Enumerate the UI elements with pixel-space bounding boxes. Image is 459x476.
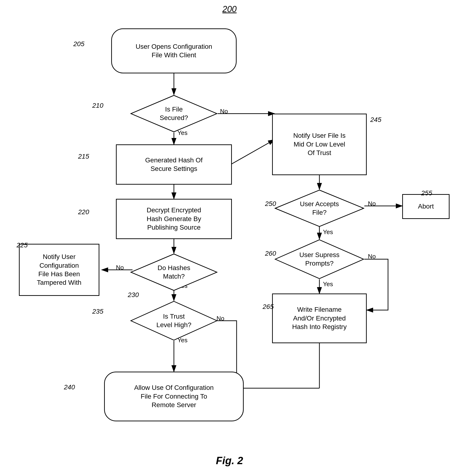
ref-245: 245 (370, 116, 381, 124)
svg-line-10 (231, 140, 275, 164)
fig-label: Fig. 2 (216, 455, 243, 467)
label-260-no: No (368, 253, 376, 260)
label-260-yes: Yes (323, 280, 333, 288)
node-255: Abort (402, 194, 450, 219)
ref-235: 235 (92, 308, 103, 315)
label-230-no: No (116, 264, 124, 271)
node-235: Is Trust Level High? (130, 301, 218, 341)
ref-255: 255 (421, 189, 432, 197)
label-250-no: No (368, 200, 376, 207)
ref-205: 205 (73, 40, 84, 48)
node-220: Decrypt Encrypted Hash Generate By Publi… (116, 199, 232, 239)
ref-230: 230 (128, 291, 139, 299)
ref-220: 220 (78, 208, 89, 216)
node-265: Write Filename And/Or Encrypted Hash Int… (272, 294, 367, 343)
ref-225: 225 (17, 241, 28, 249)
ref-250: 250 (265, 200, 276, 208)
node-215: Generated Hash Of Secure Settings (116, 144, 232, 185)
node-210: Is File Secured? (130, 95, 218, 133)
node-260: User Supress Prompts? (275, 239, 364, 279)
node-205: User Opens Configuration File With Clien… (111, 28, 237, 73)
ref-265: 265 (263, 303, 274, 311)
node-240: Allow Use Of Configuration File For Conn… (104, 372, 244, 421)
node-250: User Accepts File? (275, 189, 364, 227)
ref-260: 260 (265, 250, 276, 257)
label-210-no: No (220, 108, 228, 115)
label-250-yes: Yes (323, 229, 333, 236)
node-245: Notify User File Is Mid Or Low Level Of … (272, 114, 367, 175)
node-230: Do Hashes Match? (130, 253, 218, 291)
diagram-title: 200 (222, 4, 237, 14)
node-225: Notify User Configuration File Has Been … (19, 244, 99, 296)
ref-215: 215 (78, 153, 89, 160)
ref-240: 240 (64, 383, 75, 391)
ref-210: 210 (92, 102, 103, 109)
